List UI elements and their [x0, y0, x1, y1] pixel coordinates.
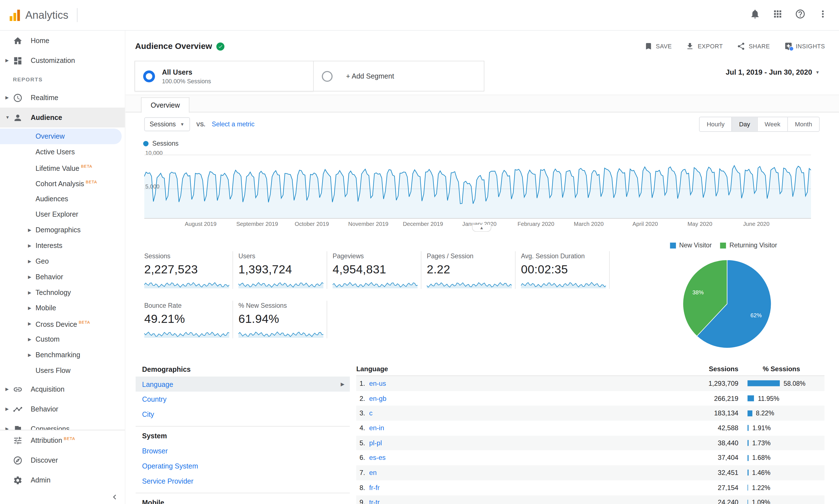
explorer-link-service-provider[interactable]: Service Provider	[136, 473, 350, 488]
customization-icon	[13, 56, 23, 66]
sidebar-item-technology[interactable]: ▶Technology	[0, 285, 125, 300]
granularity-month[interactable]: Month	[787, 117, 819, 131]
sidebar-item-cross-device[interactable]: ▶Cross DeviceBETA	[0, 316, 125, 331]
topbar-more-vert-icon[interactable]	[818, 9, 828, 21]
segment-lens-empty-icon	[322, 71, 333, 82]
metric-selector-dropdown[interactable]: Sessions ▼	[144, 117, 190, 131]
sidebar-item-acquisition[interactable]: ▶Acquisition	[0, 379, 125, 399]
granularity-day[interactable]: Day	[732, 117, 757, 131]
sidebar-item-behavior[interactable]: ▶Behavior	[0, 269, 125, 285]
sidebar-item-customization[interactable]: ▶Customization	[0, 51, 125, 70]
metric-sparkline	[521, 281, 606, 289]
language-link[interactable]: pl-pl	[369, 439, 382, 447]
legend-label: Returning Visitor	[729, 241, 777, 249]
language-link[interactable]: c	[369, 410, 373, 417]
sidebar-item-label: Benchmarking	[36, 351, 99, 359]
sidebar-item-user-explorer[interactable]: User Explorer	[0, 206, 125, 222]
metric-bounce-rate[interactable]: Bounce Rate49.21%	[144, 298, 238, 338]
chevron-right-icon: ▶	[5, 95, 13, 100]
explorer-section-title: Demographics	[136, 362, 350, 377]
granularity-week[interactable]: Week	[757, 117, 787, 131]
topbar-notifications-icon[interactable]	[750, 9, 761, 21]
segment-subtitle: 100.00% Sessions	[162, 78, 211, 84]
add-segment-button[interactable]: + Add Segment	[314, 61, 484, 91]
x-axis-label: May 2020	[676, 220, 724, 227]
chevron-right-icon: ▶	[28, 243, 31, 248]
topbar-apps-grid-icon[interactable]	[772, 9, 783, 21]
granularity-hourly[interactable]: Hourly	[700, 117, 732, 131]
sidebar-item-custom[interactable]: ▶Custom	[0, 331, 125, 347]
share-button[interactable]: SHARE	[737, 42, 770, 51]
sidebar-item-label: Custom	[36, 335, 99, 343]
language-link[interactable]: es-es	[369, 454, 386, 462]
language-link[interactable]: en-gb	[369, 395, 387, 402]
sidebar-item-behavior[interactable]: ▶Behavior	[0, 399, 125, 419]
chevron-right-icon: ▶	[28, 228, 31, 232]
sidebar-item-mobile[interactable]: ▶Mobile	[0, 300, 125, 316]
tab-overview[interactable]: Overview	[141, 97, 190, 113]
topbar-help-icon[interactable]	[795, 9, 805, 21]
explorer-link-city[interactable]: City	[136, 407, 350, 422]
sidebar-item-users-flow[interactable]: Users Flow	[0, 363, 125, 378]
sessions-line-chart[interactable]	[144, 154, 811, 219]
header-action-group: SAVEEXPORTSHAREINSIGHTS	[644, 42, 825, 51]
sidebar-item-lifetime-value[interactable]: Lifetime ValueBETA	[0, 160, 125, 176]
metric-avg-session-duration[interactable]: Avg. Session Duration00:02:35	[521, 248, 615, 289]
select-metric-link[interactable]: Select a metric	[212, 121, 254, 128]
sidebar-item-demographics[interactable]: ▶Demographics	[0, 222, 125, 238]
chart-collapse-handle[interactable]: ▲	[472, 225, 492, 232]
language-link[interactable]: tr-tr	[369, 499, 379, 504]
metric-pages-session[interactable]: Pages / Session2.22	[427, 248, 521, 289]
metric-value: 4,954,831	[333, 263, 427, 276]
sidebar-item-conversions[interactable]: ▶Conversions	[0, 419, 125, 430]
table-header-pct-sessions[interactable]: % Sessions	[738, 365, 824, 373]
sidebar-item-label: Technology	[36, 288, 99, 296]
sidebar-item-audience[interactable]: ▼Audience	[0, 108, 125, 127]
sidebar-collapse-button[interactable]	[0, 490, 125, 504]
dimension-explorer: DemographicsLanguage▶CountryCitySystemBr…	[136, 362, 350, 504]
sidebar-item-discover[interactable]: Discover	[0, 450, 125, 470]
app-shell: Home▶CustomizationREPORTS▶Realtime▼Audie…	[0, 31, 839, 504]
language-link[interactable]: en	[369, 469, 377, 476]
sidebar-item-benchmarking[interactable]: ▶Benchmarking	[0, 347, 125, 363]
metric-pageviews[interactable]: Pageviews4,954,831	[333, 248, 427, 289]
metric-users[interactable]: Users1,393,724	[238, 248, 333, 289]
insights-button[interactable]: INSIGHTS	[784, 42, 825, 51]
language-link[interactable]: en-us	[369, 380, 386, 387]
sidebar-item-overview[interactable]: Overview	[0, 129, 122, 144]
sidebar-item-label: Overview	[36, 132, 99, 140]
analytics-logo-icon[interactable]	[10, 9, 20, 21]
row-rank: 3.	[356, 410, 369, 417]
sidebar-item-active-users[interactable]: Active Users	[0, 144, 125, 160]
sidebar-item-admin[interactable]: Admin	[0, 470, 125, 490]
pct-bar	[748, 500, 748, 504]
sidebar-item-geo[interactable]: ▶Geo	[0, 253, 125, 269]
table-header-dimension[interactable]: Language	[356, 365, 655, 373]
metric--new-sessions[interactable]: % New Sessions61.94%	[238, 298, 333, 338]
sidebar-item-audiences[interactable]: Audiences	[0, 191, 125, 206]
explorer-link-operating-system[interactable]: Operating System	[136, 458, 350, 473]
language-link[interactable]: fr-fr	[369, 484, 379, 491]
legend-swatch-icon	[670, 242, 676, 248]
table-cell-sessions: 183,134	[655, 410, 738, 417]
explorer-link-browser[interactable]: Browser	[136, 443, 350, 458]
visitor-type-pie-chart[interactable]: 62%38%	[673, 250, 781, 360]
export-button[interactable]: EXPORT	[686, 42, 722, 51]
table-header-sessions[interactable]: Sessions	[655, 365, 738, 373]
explorer-link-country[interactable]: Country	[136, 392, 350, 407]
sidebar-item-realtime[interactable]: ▶Realtime	[0, 88, 125, 108]
save-button[interactable]: SAVE	[644, 42, 672, 51]
sidebar-item-attribution[interactable]: AttributionBETA	[0, 430, 125, 450]
more-vert-icon	[818, 9, 828, 19]
sidebar-item-home[interactable]: Home	[0, 31, 125, 51]
date-range-picker[interactable]: Jul 1, 2019 - Jun 30, 2020 ▼	[726, 68, 820, 76]
beta-badge: BETA	[81, 164, 92, 169]
explorer-link-language[interactable]: Language▶	[136, 377, 350, 392]
metric-sessions[interactable]: Sessions2,227,523	[144, 248, 238, 289]
sidebar-item-label: Geo	[36, 257, 99, 265]
sidebar-item-interests[interactable]: ▶Interests	[0, 238, 125, 254]
pct-bar	[748, 470, 748, 476]
segment-all-users[interactable]: All Users 100.00% Sessions	[135, 61, 314, 91]
language-link[interactable]: en-in	[369, 424, 384, 432]
sidebar-item-cohort-analysis[interactable]: Cohort AnalysisBETA	[0, 175, 125, 191]
